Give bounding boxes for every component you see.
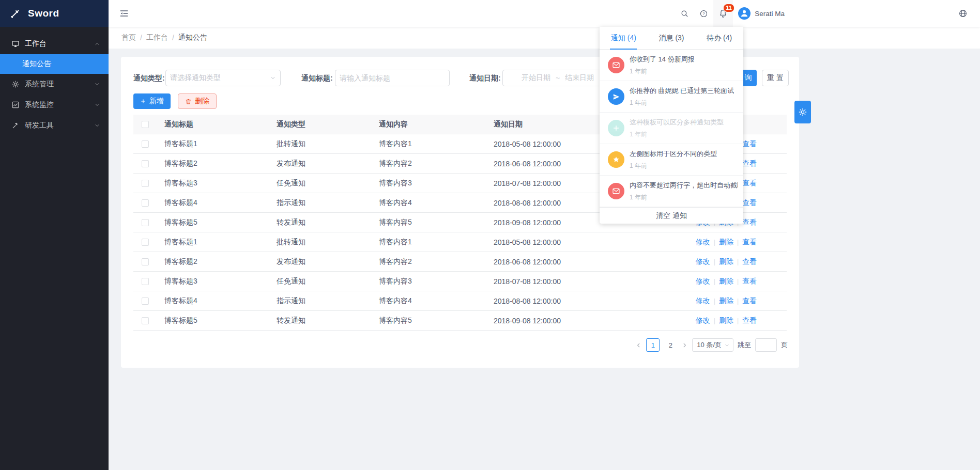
language-globe-icon[interactable] (958, 0, 968, 27)
row-checkbox[interactable] (142, 317, 149, 324)
delete-link[interactable]: 删除 (719, 316, 733, 325)
row-checkbox[interactable] (142, 160, 149, 167)
prev-page-button[interactable] (635, 342, 642, 349)
sidebar-item-workbench[interactable]: 工作台 (0, 34, 109, 54)
row-checkbox[interactable] (142, 219, 149, 226)
clear-notifications-button[interactable]: 清空 通知 (600, 207, 743, 224)
cell-notice-type: 发布通知 (277, 159, 379, 168)
add-button-label: 新增 (149, 97, 164, 106)
gear-icon (11, 80, 20, 88)
cell-notice-content: 博客内容4 (379, 296, 494, 306)
row-checkbox[interactable] (142, 180, 149, 187)
cell-notice-type: 转发通知 (277, 316, 379, 325)
cell-notice-type: 转发通知 (277, 218, 379, 227)
view-link[interactable]: 查看 (742, 277, 757, 286)
page-2-button[interactable]: 2 (664, 338, 677, 352)
notification-item[interactable]: 你推荐的 曲妮妮 已通过第三轮面试 1 年前 (600, 81, 743, 113)
next-page-button[interactable] (681, 342, 688, 349)
row-checkbox-cell (133, 297, 164, 305)
breadcrumb-workbench[interactable]: 工作台 (146, 33, 168, 42)
sidebar-item-system-monitor[interactable]: 系统监控 (0, 95, 109, 115)
cell-notice-title: 博客标题3 (164, 277, 277, 286)
notice-type-select[interactable]: 请选择通知类型 (165, 70, 281, 86)
header-actions: 11 Serati Ma (675, 0, 785, 27)
cell-notice-content: 博客内容5 (379, 218, 494, 227)
sidebar-item-dev-tools[interactable]: 研发工具 (0, 115, 109, 136)
action-divider: | (714, 239, 715, 246)
jump-page-input[interactable] (755, 338, 777, 352)
notification-item[interactable]: 这种模板可以区分多种通知类型 1 年前 (600, 113, 743, 144)
cell-notice-type: 指示通知 (277, 296, 379, 306)
notification-text: 你推荐的 曲妮妮 已通过第三轮面试 (630, 86, 734, 96)
edit-link[interactable]: 修改 (696, 257, 710, 267)
sidebar-item-system-manage[interactable]: 系统管理 (0, 74, 109, 95)
row-checkbox[interactable] (142, 239, 149, 246)
chevron-up-icon (94, 41, 100, 47)
page-1-button[interactable]: 1 (646, 338, 660, 352)
view-link[interactable]: 查看 (742, 296, 757, 306)
notice-title-input[interactable] (335, 70, 450, 86)
edit-link[interactable]: 修改 (696, 238, 710, 247)
notification-item[interactable]: 内容不要超过两行字，超出时自动截断 1 年前 (600, 176, 743, 207)
cell-notice-title: 博客标题4 (164, 296, 277, 306)
sidebar-item-label: 研发工具 (25, 121, 94, 130)
cell-actions: 修改 | 删除 | 查看 (638, 316, 787, 325)
notification-item[interactable]: 左侧图标用于区分不同的类型 1 年前 (600, 144, 743, 176)
menu-fold-icon[interactable] (119, 0, 129, 27)
tab-messages[interactable]: 消息 (3) (648, 27, 696, 49)
delete-link[interactable]: 删除 (719, 296, 733, 306)
notification-time: 1 年前 (630, 162, 717, 170)
app-logo[interactable]: Sword (0, 0, 109, 27)
cell-notice-date: 2018-09-08 12:00:00 (494, 317, 638, 325)
row-checkbox-cell (133, 199, 164, 207)
search-icon[interactable] (675, 0, 694, 27)
notifications-button[interactable]: 11 (713, 0, 733, 27)
delete-button[interactable]: 删除 (178, 93, 217, 109)
tab-notices[interactable]: 通知 (4) (600, 27, 648, 49)
view-link[interactable]: 查看 (742, 218, 757, 227)
sidebar-item-label: 系统管理 (25, 80, 94, 89)
row-checkbox[interactable] (142, 258, 149, 265)
edit-link[interactable]: 修改 (696, 316, 710, 325)
edit-link[interactable]: 修改 (696, 277, 710, 286)
view-link[interactable]: 查看 (742, 159, 757, 168)
cell-notice-date: 2018-08-08 12:00:00 (494, 297, 638, 305)
cell-notice-content: 博客内容4 (379, 198, 494, 208)
breadcrumb-home[interactable]: 首页 (121, 33, 136, 42)
view-link[interactable]: 查看 (742, 257, 757, 267)
tab-todos[interactable]: 待办 (4) (695, 27, 743, 49)
delete-link[interactable]: 删除 (719, 238, 733, 247)
settings-trigger-button[interactable] (794, 101, 811, 123)
view-link[interactable]: 查看 (742, 238, 757, 247)
gear-icon (798, 107, 807, 117)
cell-notice-content: 博客内容3 (379, 277, 494, 286)
add-button[interactable]: 新增 (133, 93, 171, 109)
delete-link[interactable]: 删除 (719, 257, 733, 267)
page-size-select[interactable]: 10 条/页 (692, 338, 733, 352)
view-link[interactable]: 查看 (742, 179, 757, 188)
cell-notice-content: 博客内容1 (379, 139, 494, 149)
row-checkbox[interactable] (142, 278, 149, 285)
notice-date-range-picker[interactable]: 开始日期 ~ 结束日期 (502, 70, 613, 86)
select-all-checkbox[interactable] (142, 121, 149, 128)
table-toolbar: 新增 删除 (133, 93, 217, 109)
action-divider: | (737, 297, 739, 305)
cell-notice-title: 博客标题2 (164, 257, 277, 267)
row-checkbox[interactable] (142, 140, 149, 148)
delete-link[interactable]: 删除 (719, 277, 733, 286)
edit-link[interactable]: 修改 (696, 296, 710, 306)
reset-button[interactable]: 重 置 (762, 70, 789, 86)
view-link[interactable]: 查看 (742, 198, 757, 208)
row-checkbox[interactable] (142, 199, 149, 207)
sidebar-item-notice[interactable]: 通知公告 (0, 54, 109, 74)
cell-notice-type: 批转通知 (277, 238, 379, 247)
row-checkbox[interactable] (142, 297, 149, 305)
avatar[interactable] (738, 7, 751, 20)
view-link[interactable]: 查看 (742, 316, 757, 325)
view-link[interactable]: 查看 (742, 139, 757, 149)
help-icon[interactable] (694, 0, 713, 27)
notification-item[interactable]: 你收到了 14 份新周报 1 年前 (600, 50, 743, 81)
user-name[interactable]: Serati Ma (755, 10, 785, 18)
sidebar-item-label: 工作台 (25, 39, 94, 49)
cell-notice-content: 博客内容5 (379, 316, 494, 325)
